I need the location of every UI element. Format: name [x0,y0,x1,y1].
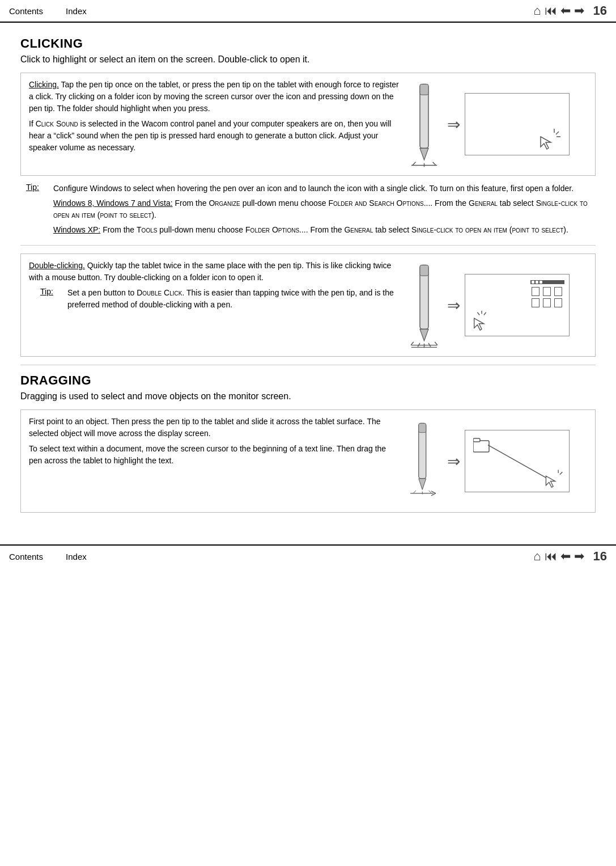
bottom-home-icon[interactable]: ⌂ [533,549,541,564]
top-nav-icons[interactable]: ⌂ ⏮ ⬅ ➡ 16 [533,3,607,18]
svg-line-9 [556,132,559,134]
clicking-tip-winxp: Windows XP: From the Tools pull-down men… [53,224,596,236]
folder-icon-2 [543,287,551,296]
svg-line-23 [484,312,486,315]
click-cursor-svg [537,126,561,150]
click-sound-label: Click Sound [36,119,78,128]
double-clicking-block: Double-clicking. Quickly tap the tablet … [20,254,596,357]
svg-line-39 [560,472,563,475]
win-btn-1 [532,281,534,284]
folder-icon-3 [554,287,562,296]
drag-pen-svg [406,416,443,506]
svg-marker-14 [420,329,428,341]
dragging-block: First point to an object. Then press the… [20,409,596,513]
drag-screen [465,430,570,492]
general-tab-label: General [469,198,498,208]
dbl-screen [465,274,570,336]
nav-index-link[interactable]: Index [66,6,87,16]
dragging-text: First point to an object. Then press the… [29,416,400,467]
dragging-subtitle: Dragging is used to select and move obje… [20,391,596,402]
svg-line-37 [488,445,549,480]
folder-icon-6 [554,298,562,307]
folder-icon-5 [543,298,551,307]
drag-cursor-svg [543,468,564,489]
double-clicking-label: Double-clicking. [29,261,85,270]
svg-line-32 [413,491,416,493]
folder-icon-1 [532,287,539,296]
bottom-nav-bar: Contents Index ⌂ ⏮ ⬅ ➡ 16 [0,544,616,567]
bottom-nav-contents-link[interactable]: Contents [9,552,43,561]
tools-label: Tools [137,225,157,234]
svg-rect-13 [420,265,428,276]
svg-marker-25 [474,318,484,330]
clicking-p2: If Click Sound is selected in the Wacom … [29,118,400,154]
dbl-tip-text: Set a pen button to Double Click. This i… [67,287,400,311]
page-number-bottom: 16 [593,549,607,564]
clicking-screen [465,93,570,155]
folder-icon-4 [532,298,539,307]
svg-rect-27 [419,423,426,432]
first-page-icon[interactable]: ⏮ [545,3,557,18]
dbl-folder-icons [530,286,564,309]
svg-rect-1 [420,84,428,95]
next-page-icon[interactable]: ➡ [574,3,584,18]
svg-marker-28 [419,479,426,490]
bottom-nav-links[interactable]: Contents Index [9,552,87,561]
win-btn-2 [536,281,538,284]
folder-search-label: Folder and Search Options [328,198,423,208]
main-content: CLICKING Click to highlight or select an… [0,23,616,533]
svg-marker-2 [420,148,428,160]
bottom-nav-index-link[interactable]: Index [66,552,87,561]
svg-line-6 [433,162,436,166]
dbl-pen-svg [406,260,443,350]
dbl-tip-main: Set a pen button to Double Click. This i… [67,287,400,311]
prev-page-icon[interactable]: ⬅ [560,3,571,18]
svg-marker-11 [541,137,551,149]
dbl-click-smallcaps: Double Click [137,288,182,297]
dbl-cursor-svg [471,310,494,332]
bottom-first-page-icon[interactable]: ⏮ [545,549,557,564]
divider-2 [20,365,596,365]
divider-1 [20,245,596,246]
clicking-tip-win8: Windows 8, Windows 7 and Vista: From the… [53,197,596,221]
nav-contents-link[interactable]: Contents [9,6,43,16]
svg-line-4 [413,162,416,166]
dragging-title: DRAGGING [20,373,596,388]
clicking-subtitle: Click to highlight or select an item on … [20,54,596,65]
drag-arrow-icon: ⇒ [447,452,460,471]
win8-label: Windows 8, Windows 7 and Vista: [53,198,173,208]
top-nav-bar: Contents Index ⌂ ⏮ ⬅ ➡ 16 [0,0,616,23]
clicking-tip-text: Configure Windows to select when hoverin… [53,183,596,236]
home-icon[interactable]: ⌂ [533,3,541,18]
double-clicking-text: Double-clicking. Quickly tap the tablet … [29,260,400,311]
clicking-block: Clicking. Tap the pen tip once on the ta… [20,73,596,176]
double-clicking-illustration: ⇒ [406,260,587,350]
top-nav-links[interactable]: Contents Index [9,6,87,16]
clicking-text: Clicking. Tap the pen tip once on the ta… [29,79,400,154]
single-click-xp-label: Single-click to open an item (point to s… [411,225,566,234]
bottom-nav-icons[interactable]: ⌂ ⏮ ⬅ ➡ 16 [533,549,607,564]
clicking-title: CLICKING [20,36,596,51]
clicking-tip-block: Tip: Configure Windows to select when ho… [20,183,596,236]
dragging-p1: First point to an object. Then press the… [29,416,400,440]
bottom-prev-page-icon[interactable]: ⬅ [560,549,571,564]
clicking-p1: Clicking. Tap the pen tip once on the ta… [29,79,400,115]
clicking-label: Clicking. [29,80,59,89]
svg-marker-40 [546,476,555,487]
win-btn-3 [539,281,542,284]
double-clicking-p1: Double-clicking. Quickly tap the tablet … [29,260,400,284]
dbl-screen-content [530,280,564,309]
dbl-arrow-icon: ⇒ [447,296,460,315]
svg-line-15 [411,342,414,345]
dbl-tip-label: Tip: [40,287,62,311]
double-clicking-tip: Tip: Set a pen button to Double Click. T… [40,287,400,311]
svg-line-19 [435,342,437,345]
dbl-win-bar [530,280,564,284]
clicking-illustration: ⇒ [406,79,587,170]
clicking-tip-row: Tip: Configure Windows to select when ho… [26,183,596,236]
dragging-p2: To select text within a document, move t… [29,443,400,467]
dragging-illustration: ⇒ [406,416,587,506]
bottom-next-page-icon[interactable]: ➡ [574,549,584,564]
clicking-arrow-icon: ⇒ [447,115,460,134]
clicking-tip-label: Tip: [26,183,48,236]
